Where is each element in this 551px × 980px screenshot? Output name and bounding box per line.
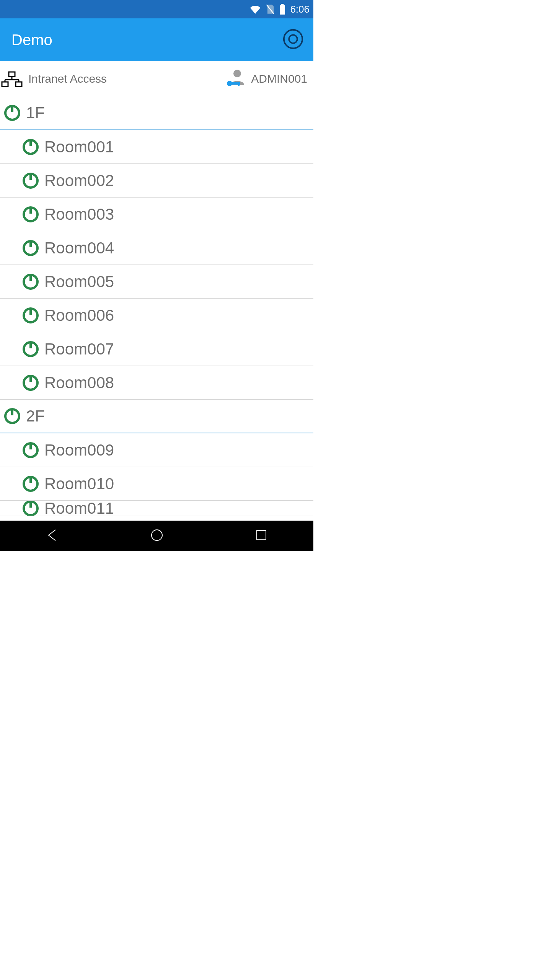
status-bar: 6:06 [0,0,313,18]
power-icon [21,340,40,358]
network-label: Intranet Access [28,72,107,85]
app-title: Demo [11,31,52,49]
room-label: Room004 [44,239,114,257]
svg-rect-2 [281,4,284,5]
room-label: Room008 [44,374,114,392]
room-label: Room005 [44,273,114,291]
power-icon [21,273,40,291]
room-label: Room007 [44,340,114,358]
power-icon [21,475,40,493]
room-row[interactable]: Room011 [0,501,313,516]
room-row[interactable]: Room005 [0,265,313,299]
room-row[interactable]: Room008 [0,366,313,400]
svg-rect-15 [238,82,240,86]
room-row[interactable]: Room002 [0,164,313,198]
room-label: Room011 [44,501,114,516]
wifi-icon [249,5,261,14]
power-icon [21,172,40,190]
back-button[interactable] [29,524,75,547]
room-row[interactable]: Room003 [0,198,313,231]
power-icon [3,104,21,122]
user-key-icon [225,67,246,90]
power-icon [21,374,40,392]
svg-point-3 [289,35,297,43]
power-icon [21,441,40,459]
floor-label: 2F [26,407,45,425]
svg-point-13 [227,81,232,86]
status-clock: 6:06 [290,3,310,15]
room-row[interactable]: Room004 [0,231,313,265]
network-info: Intranet Access [0,70,107,87]
power-icon [21,306,40,325]
no-sim-icon [266,4,275,15]
network-icon [0,70,24,87]
user-info: ADMIN001 [225,67,307,90]
settings-button[interactable] [280,26,306,53]
svg-rect-1 [280,5,285,15]
power-icon [21,501,40,516]
floor-row[interactable]: 2F [0,400,313,433]
room-row[interactable]: Room009 [0,433,313,467]
power-icon [21,205,40,224]
svg-rect-11 [16,82,22,87]
svg-point-4 [284,30,302,48]
room-label: Room003 [44,205,114,224]
svg-rect-10 [2,82,8,87]
nav-bar [0,521,313,551]
user-label: ADMIN001 [251,72,307,85]
home-icon [150,528,164,544]
power-icon [21,239,40,257]
room-label: Room002 [44,172,114,190]
back-icon [46,528,59,544]
svg-point-12 [233,70,241,77]
battery-icon [279,4,285,15]
room-label: Room009 [44,441,114,459]
room-label: Room001 [44,138,114,156]
recents-icon [255,529,267,543]
recents-button[interactable] [238,524,284,547]
power-icon [21,138,40,156]
svg-point-42 [152,530,162,541]
room-label: Room006 [44,306,114,325]
status-icons: 6:06 [249,3,310,15]
floor-label: 1F [26,104,45,122]
room-list[interactable]: 1F Room001 Room002 Room003 Room004 Room0… [0,96,313,521]
svg-rect-5 [9,72,15,77]
power-icon [3,407,21,425]
room-row[interactable]: Room001 [0,130,313,164]
app-bar: Demo [0,18,313,61]
room-row[interactable]: Room010 [0,467,313,501]
gear-icon [282,28,304,52]
room-row[interactable]: Room007 [0,332,313,366]
floor-row[interactable]: 1F [0,96,313,130]
home-button[interactable] [134,524,180,547]
info-row: Intranet Access ADMIN001 [0,61,313,96]
room-row[interactable]: Room006 [0,299,313,332]
room-label: Room010 [44,475,114,493]
svg-rect-43 [257,531,266,540]
